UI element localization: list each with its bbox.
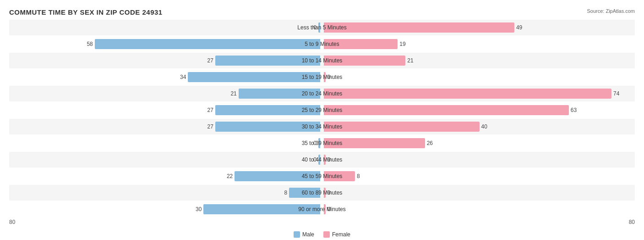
right-section: 21	[322, 53, 635, 68]
male-bar	[235, 171, 320, 181]
table-row: 27 10 to 14 Minutes 21	[9, 53, 635, 68]
male-value: 0	[307, 156, 317, 163]
male-bar	[239, 89, 320, 99]
table-row: 0 Less than 5 Minutes 49	[9, 20, 635, 35]
table-row: 27 30 to 34 Minutes 40	[9, 119, 635, 134]
female-bar	[324, 56, 405, 66]
legend-female-box	[323, 231, 330, 238]
female-bar	[324, 39, 398, 49]
female-bar	[324, 22, 514, 33]
female-value: 49	[516, 24, 525, 31]
legend: Male Female	[0, 231, 644, 238]
table-row: 58 5 to 9 Minutes 19	[9, 36, 635, 52]
female-bar	[324, 171, 355, 181]
chart-area: 0 Less than 5 Minutes 49 58 5 to 9 Minut…	[9, 20, 635, 212]
female-value: 74	[613, 90, 622, 97]
left-section: 27	[9, 53, 322, 68]
table-row: 30 90 or more Minutes 0	[9, 201, 635, 217]
female-bar	[324, 122, 480, 132]
male-value: 8	[278, 190, 287, 196]
chart-title: COMMUTE TIME BY SEX IN ZIP CODE 24931	[9, 8, 635, 16]
female-bar	[324, 138, 425, 148]
right-section: 0	[322, 69, 635, 85]
male-bar	[188, 72, 320, 82]
legend-male-label: Male	[302, 231, 314, 238]
male-bar	[95, 39, 320, 49]
male-value: 27	[204, 57, 213, 64]
legend-female: Female	[323, 231, 350, 238]
male-bar	[289, 188, 320, 198]
female-bar	[324, 188, 326, 198]
table-row: 0 40 to 44 Minutes 0	[9, 152, 635, 167]
table-row: 0 35 to 39 Minutes 26	[9, 135, 635, 151]
female-bar	[324, 204, 326, 214]
table-row: 27 25 to 29 Minutes 63	[9, 102, 635, 118]
female-value: 26	[427, 140, 436, 146]
axis-right: 80	[629, 219, 635, 225]
right-section: 8	[322, 168, 635, 184]
male-bar	[318, 138, 320, 148]
male-bar	[318, 155, 320, 165]
right-section: 74	[322, 86, 635, 101]
right-section: 49	[322, 20, 635, 35]
female-value: 0	[327, 190, 337, 196]
table-row: 8 60 to 89 Minutes 0	[9, 185, 635, 201]
table-row: 22 45 to 59 Minutes 8	[9, 168, 635, 184]
legend-male-box	[294, 231, 300, 238]
left-section: 0	[9, 20, 322, 35]
left-section: 22	[9, 168, 322, 184]
right-section: 0	[322, 152, 635, 167]
male-value: 58	[84, 41, 93, 47]
left-section: 0	[9, 135, 322, 151]
female-bar	[324, 155, 326, 165]
source-label: Source: ZipAtlas.com	[587, 8, 635, 14]
female-value: 0	[327, 156, 337, 163]
male-bar	[215, 105, 320, 115]
left-section: 30	[9, 201, 322, 217]
female-value: 40	[481, 123, 491, 130]
right-section: 0	[322, 185, 635, 201]
female-value: 21	[407, 57, 416, 64]
male-value: 30	[192, 206, 202, 212]
male-value: 34	[177, 74, 186, 80]
left-section: 21	[9, 86, 322, 101]
male-value: 21	[228, 90, 237, 97]
chart-container: COMMUTE TIME BY SEX IN ZIP CODE 24931 So…	[0, 0, 644, 240]
female-bar	[324, 105, 569, 115]
male-value: 0	[307, 140, 317, 146]
table-row: 21 20 to 24 Minutes 74	[9, 86, 635, 101]
male-value: 27	[204, 107, 213, 113]
legend-female-label: Female	[332, 231, 350, 238]
male-value: 0	[307, 24, 317, 31]
female-bar	[324, 89, 611, 99]
right-section: 63	[322, 102, 635, 118]
male-value: 22	[224, 173, 233, 179]
male-bar	[203, 204, 320, 214]
left-section: 58	[9, 36, 322, 52]
female-value: 8	[357, 173, 366, 179]
female-value: 19	[399, 41, 409, 47]
left-section: 0	[9, 152, 322, 167]
female-value: 0	[327, 206, 337, 212]
male-bar	[215, 122, 320, 132]
axis-labels: 8080	[9, 219, 635, 225]
right-section: 19	[322, 36, 635, 52]
right-section: 40	[322, 119, 635, 134]
female-value: 63	[571, 107, 580, 113]
left-section: 27	[9, 119, 322, 134]
right-section: 26	[322, 135, 635, 151]
female-bar	[324, 72, 326, 82]
male-bar	[215, 56, 320, 66]
left-section: 8	[9, 185, 322, 201]
male-value: 27	[204, 123, 213, 130]
table-row: 34 15 to 19 Minutes 0	[9, 69, 635, 85]
male-bar	[318, 22, 320, 33]
legend-male: Male	[294, 231, 314, 238]
axis-left: 80	[9, 219, 15, 225]
left-section: 34	[9, 69, 322, 85]
female-value: 0	[327, 74, 337, 80]
left-section: 27	[9, 102, 322, 118]
right-section: 0	[322, 201, 635, 217]
